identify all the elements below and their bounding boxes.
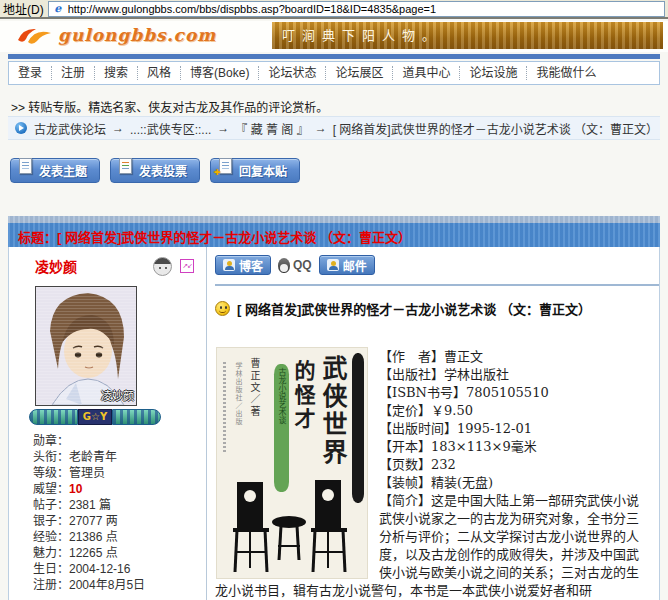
author-header: 凌妙颜 ↗↙ xyxy=(19,255,206,277)
smiley-icon xyxy=(215,301,230,316)
address-bar: 地址(D) e http://www.gulongbbs.com/bbs/dis… xyxy=(0,0,668,19)
nav-item-style[interactable]: 风格 xyxy=(138,66,181,80)
new-poll-icon xyxy=(119,158,132,174)
post-topic-button[interactable]: 发表主题 xyxy=(10,158,100,183)
post-poll-label: 发表投票 xyxy=(139,162,187,179)
post-table: 凌妙颜 ↗↙ 凌妙颜 xyxy=(8,247,660,600)
header-divider-bar xyxy=(8,54,660,59)
blog-button-label: 博客 xyxy=(239,257,263,274)
medal-text: G☆Y xyxy=(78,409,112,425)
post-body: 武侠世界 的怪才 古龙小说艺术谈 曹正文／著 学林出版社／出版 xyxy=(215,348,659,600)
post-topic-label: 发表主题 xyxy=(39,162,87,179)
bullet-icon xyxy=(15,122,27,134)
cover-title-left: 的怪才 xyxy=(288,360,318,432)
breadcrumb-current-topic: [ 网络首发]武侠世界的怪才－古龙小说艺术谈 （文：曹正文） xyxy=(333,120,658,137)
username-link[interactable]: 凌妙颜 xyxy=(35,256,77,276)
reply-button[interactable]: 回复本贴 xyxy=(210,158,300,183)
board-notice: >> 转贴专版。精选名家、侠友对古龙及其作品的评论赏析。 xyxy=(11,98,660,115)
address-input[interactable]: e http://www.gulongbbs.com/bbs/dispbbs.a… xyxy=(48,1,665,17)
cover-subtitle: 古龙小说艺术谈 xyxy=(274,364,289,492)
topic-title-bar: 标题：[ 网络首发]武侠世界的怪才－古龙小说艺术谈 （文：曹正文） xyxy=(8,216,660,247)
action-buttons: 发表主题 发表投票 回复本贴 xyxy=(10,158,300,183)
medal-badge: G☆Y xyxy=(29,409,161,425)
avatar-caption: 凌妙颜 xyxy=(101,387,134,403)
nav-item-props-center[interactable]: 道具中心 xyxy=(393,66,460,80)
site-logo-text: gulongbbs.com xyxy=(58,25,216,45)
topic-title-text: 标题：[ 网络首发]武侠世界的怪才－古龙小说艺术谈 （文：曹正文） xyxy=(8,216,660,246)
site-banner[interactable]: gulongbbs.com 叮涧典下阳人物。 xyxy=(0,21,668,52)
reply-label: 回复本贴 xyxy=(239,162,287,179)
cover-author: 曹正文／著 xyxy=(247,358,262,418)
address-url: http://www.gulongbbs.com/bbs/dispbbs.asp… xyxy=(68,3,436,15)
stat-row-birthday: 生日：2004-12-16 xyxy=(33,561,206,577)
stat-row-silver: 银子：27077 两 xyxy=(33,513,206,529)
nav-item-register[interactable]: 注册 xyxy=(52,66,95,80)
cover-chairs-illustration xyxy=(223,480,355,576)
stat-row-posts: 帖子：2381 篇 xyxy=(33,497,206,513)
new-topic-icon xyxy=(19,158,32,174)
person-icon xyxy=(327,259,339,271)
post-poll-button[interactable]: 发表投票 xyxy=(110,158,200,183)
flame-logo-icon xyxy=(16,25,54,48)
cover-publisher: 学林出版社／出版 xyxy=(233,362,243,426)
breadcrumb-separator: → xyxy=(217,121,229,135)
cover-title-right: 武侠世界 xyxy=(314,355,350,467)
banner-calligraphy: 叮涧典下阳人物。 xyxy=(272,22,663,49)
nav-item-forum-status[interactable]: 论坛状态 xyxy=(259,66,326,80)
nav-item-blog[interactable]: 博客(Boke) xyxy=(181,66,259,80)
browser-window: 地址(D) e http://www.gulongbbs.com/bbs/dis… xyxy=(0,0,668,600)
person-icon xyxy=(223,259,235,271)
book-info-line: 龙小说书目，辑有古龙小说警句，本书是一本武侠小说爱好者和研 xyxy=(215,582,659,600)
nav-item-facilities[interactable]: 论坛设施 xyxy=(460,66,527,80)
breadcrumb-board[interactable]: 『 藏 菁 阁 』 xyxy=(235,120,308,137)
breadcrumb-forum-home[interactable]: 古龙武侠论坛 xyxy=(34,120,106,137)
stat-row-charm: 魅力：12265 点 xyxy=(33,545,206,561)
nav-bar: 登录 注册 搜索 风格 博客(Boke) 论坛状态 论坛展区 道具中心 论坛设施… xyxy=(8,61,660,85)
blog-button[interactable]: 博客 xyxy=(215,255,271,275)
post-title-row: [ 网络首发]武侠世界的怪才－古龙小说艺术谈 （文：曹正文） xyxy=(215,299,659,318)
post-title: [ 网络首发]武侠世界的怪才－古龙小说艺术谈 （文：曹正文） xyxy=(237,299,591,318)
ie-page-icon: e xyxy=(52,3,64,15)
medal-wing xyxy=(112,409,161,425)
author-panel: 凌妙颜 ↗↙ 凌妙颜 xyxy=(9,247,207,600)
stat-row-title: 头衔：老龄青年 xyxy=(33,449,206,465)
nav-item-login[interactable]: 登录 xyxy=(9,66,52,80)
avatar: 凌妙颜 xyxy=(35,286,137,406)
breadcrumb-separator: → xyxy=(112,121,124,135)
qq-penguin-icon xyxy=(278,258,290,273)
stat-row-prestige: 威望：10 xyxy=(33,481,206,497)
address-label: 地址(D) xyxy=(3,0,44,17)
stat-row-experience: 经验：21386 点 xyxy=(33,529,206,545)
stat-row-rank: 等级：管理员 xyxy=(33,465,206,481)
breadcrumb-separator: → xyxy=(315,121,327,135)
cover-fine-print xyxy=(223,362,226,454)
book-cover-image: 武侠世界 的怪才 古龙小说艺术谈 曹正文／著 学林出版社／出版 xyxy=(217,348,367,578)
expand-profile-icon[interactable]: ↗↙ xyxy=(180,259,194,273)
post-content: 博客 QQ 邮件 [ 网络首发]武侠世界的怪才－古龙小说艺术谈 （文：曹正文） xyxy=(207,247,659,600)
stat-row-medal: 勋章： xyxy=(33,433,206,449)
reply-icon xyxy=(219,158,232,174)
stat-row-registered: 注册：2004年8月5日 xyxy=(33,577,206,593)
author-stats: 勋章： 头衔：老龄青年 等级：管理员 威望：10 帖子：2381 篇 银子：27… xyxy=(33,433,206,593)
nav-item-showroom[interactable]: 论坛展区 xyxy=(326,66,393,80)
qq-contact[interactable]: QQ xyxy=(278,258,312,273)
toolbar-divider xyxy=(215,284,659,286)
mail-button[interactable]: 邮件 xyxy=(319,255,375,275)
online-status-icon xyxy=(153,257,172,276)
contact-toolbar: 博客 QQ 邮件 xyxy=(215,255,659,275)
qq-label: QQ xyxy=(293,258,312,272)
nav-item-search[interactable]: 搜索 xyxy=(95,66,138,80)
banner-calligraphy-text: 叮涧典下阳人物。 xyxy=(282,28,442,43)
mail-button-label: 邮件 xyxy=(343,257,367,274)
nav-item-what-can-i-do[interactable]: 我能做什么 xyxy=(527,66,605,80)
medal-wing xyxy=(29,409,78,425)
breadcrumb-section[interactable]: ...::武侠专区::... xyxy=(130,120,211,137)
breadcrumb: 古龙武侠论坛 → ...::武侠专区::... → 『 藏 菁 阁 』 → [ … xyxy=(8,116,660,140)
